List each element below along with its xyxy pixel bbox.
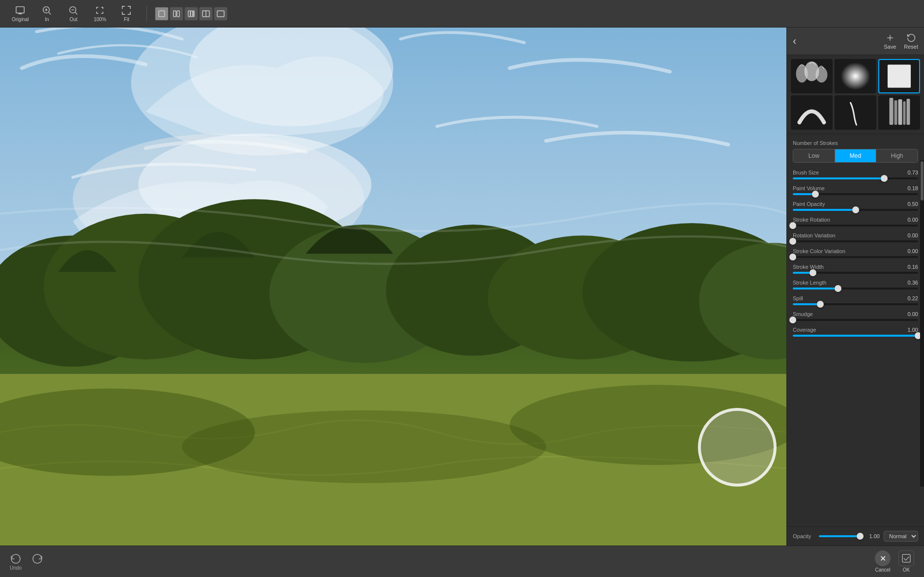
- ok-label: OK: [903, 567, 910, 573]
- param-row-paint-opacity: Paint Opacity 0.50: [793, 201, 918, 211]
- brush-preview-6[interactable]: [878, 95, 920, 130]
- cancel-icon: ✕: [875, 550, 891, 566]
- save-label: Save: [884, 44, 896, 50]
- view-mode-2[interactable]: [170, 7, 183, 21]
- zoom-out-button[interactable]: Out: [61, 3, 86, 24]
- bottom-left: Undo: [10, 552, 43, 571]
- panel-params[interactable]: Number of Strokes Low Med High Brush Siz…: [787, 134, 924, 526]
- param-row-stroke-color-variation: Stroke Color Variation 0.00: [793, 248, 918, 258]
- cancel-button[interactable]: ✕ Cancel: [875, 550, 891, 573]
- panel-header: ‹ Save Reset: [787, 28, 924, 55]
- zoom-100-button[interactable]: 100%: [87, 3, 112, 24]
- view-mode-5[interactable]: [214, 7, 228, 21]
- panel-header-left: ‹: [793, 36, 796, 47]
- top-toolbar: Original In Out 100% Fit: [0, 0, 924, 28]
- back-button[interactable]: ‹: [793, 36, 796, 47]
- zoom-in-label: In: [45, 17, 49, 22]
- canvas-area[interactable]: [0, 28, 786, 546]
- cancel-label: Cancel: [875, 567, 890, 573]
- svg-rect-41: [907, 99, 910, 125]
- slider-rotation-variation[interactable]: [793, 240, 918, 242]
- reset-label: Reset: [904, 44, 918, 50]
- brush-preview-2[interactable]: [835, 59, 876, 93]
- param-label-smudge: Smudge: [793, 311, 813, 317]
- view-mode-4[interactable]: [199, 7, 213, 21]
- svg-rect-39: [898, 99, 902, 125]
- zoom-out-label: Out: [69, 17, 77, 22]
- svg-rect-5: [177, 11, 179, 17]
- strokes-med-button[interactable]: Med: [835, 149, 876, 162]
- slider-stroke-color-variation[interactable]: [793, 256, 918, 258]
- opacity-slider[interactable]: [819, 535, 860, 537]
- svg-rect-11: [217, 11, 224, 17]
- ok-button[interactable]: OK: [898, 550, 914, 573]
- svg-point-34: [816, 67, 828, 83]
- param-row-spill: Spill 0.22: [793, 295, 918, 305]
- brush-preview-3[interactable]: [878, 59, 920, 93]
- slider-stroke-width[interactable]: [793, 272, 918, 274]
- param-value-paint-opacity: 0.50: [902, 201, 918, 207]
- fit-button[interactable]: Fit: [114, 3, 139, 24]
- param-value-rotation-variation: 0.00: [902, 232, 918, 238]
- strokes-section: Number of Strokes Low Med High: [793, 140, 918, 163]
- slider-paint-volume[interactable]: [793, 193, 918, 195]
- slider-spill[interactable]: [793, 303, 918, 305]
- reset-button[interactable]: Reset: [904, 33, 918, 50]
- zoom-in-button[interactable]: In: [34, 3, 59, 24]
- param-label-stroke-width: Stroke Width: [793, 264, 824, 270]
- main-content: ‹ Save Reset: [0, 28, 924, 546]
- param-row-brush-size: Brush Size 0.73: [793, 170, 918, 179]
- param-value-stroke-color-variation: 0.00: [902, 248, 918, 254]
- panel-scrollbar[interactable]: [920, 160, 924, 487]
- fit-label: Fit: [124, 17, 129, 22]
- param-row-rotation-variation: Rotation Variation 0.00: [793, 232, 918, 242]
- bottom-bar: Undo ✕ Cancel OK: [0, 546, 924, 577]
- canvas-painting: [0, 28, 786, 546]
- param-header-spill: Spill 0.22: [793, 295, 918, 301]
- right-panel: ‹ Save Reset: [786, 28, 924, 546]
- slider-stroke-rotation[interactable]: [793, 225, 918, 227]
- param-value-smudge: 0.00: [902, 311, 918, 317]
- param-row-smudge: Smudge 0.00: [793, 311, 918, 321]
- param-label-stroke-rotation: Stroke Rotation: [793, 217, 830, 223]
- svg-rect-40: [903, 101, 906, 125]
- sliders-container: Brush Size 0.73 Paint Volume 0.18 Paint …: [793, 170, 918, 337]
- opacity-label: Opacity: [793, 533, 815, 539]
- param-label-stroke-color-variation: Stroke Color Variation: [793, 248, 845, 254]
- undo-button[interactable]: Undo: [10, 552, 22, 571]
- param-row-stroke-rotation: Stroke Rotation 0.00: [793, 217, 918, 227]
- brush-preview-5[interactable]: [835, 95, 876, 130]
- view-mode-1[interactable]: [155, 7, 169, 21]
- panel-scrollbar-thumb: [921, 161, 924, 201]
- param-value-spill: 0.22: [902, 295, 918, 301]
- redo-button[interactable]: [31, 552, 43, 571]
- param-row-stroke-length: Stroke Length 0.36: [793, 280, 918, 289]
- brush-preview-4[interactable]: [791, 95, 833, 130]
- save-button[interactable]: Save: [884, 33, 896, 50]
- view-mode-3[interactable]: [184, 7, 198, 21]
- param-header-stroke-rotation: Stroke Rotation 0.00: [793, 217, 918, 223]
- slider-stroke-length[interactable]: [793, 288, 918, 289]
- param-label-paint-volume: Paint Volume: [793, 185, 825, 191]
- param-header-stroke-color-variation: Stroke Color Variation 0.00: [793, 248, 918, 254]
- view-mode-buttons: [155, 7, 228, 21]
- svg-rect-8: [193, 11, 194, 17]
- slider-brush-size[interactable]: [793, 177, 918, 179]
- param-label-coverage: Coverage: [793, 327, 816, 333]
- param-header-coverage: Coverage 1.00: [793, 327, 918, 333]
- param-header-rotation-variation: Rotation Variation 0.00: [793, 232, 918, 238]
- slider-smudge[interactable]: [793, 319, 918, 321]
- slider-coverage[interactable]: [793, 335, 918, 337]
- param-row-stroke-width: Stroke Width 0.16: [793, 264, 918, 274]
- mode-select[interactable]: Normal: [884, 531, 918, 542]
- strokes-low-button[interactable]: Low: [793, 149, 835, 162]
- slider-paint-opacity[interactable]: [793, 209, 918, 211]
- brush-preview-1[interactable]: [791, 59, 833, 93]
- param-value-stroke-length: 0.36: [902, 280, 918, 286]
- param-header-brush-size: Brush Size 0.73: [793, 170, 918, 175]
- original-button[interactable]: Original: [8, 3, 32, 24]
- zoom-100-label: 100%: [94, 17, 107, 22]
- strokes-high-button[interactable]: High: [876, 149, 918, 162]
- param-value-stroke-width: 0.16: [902, 264, 918, 270]
- painting-svg: [0, 28, 786, 546]
